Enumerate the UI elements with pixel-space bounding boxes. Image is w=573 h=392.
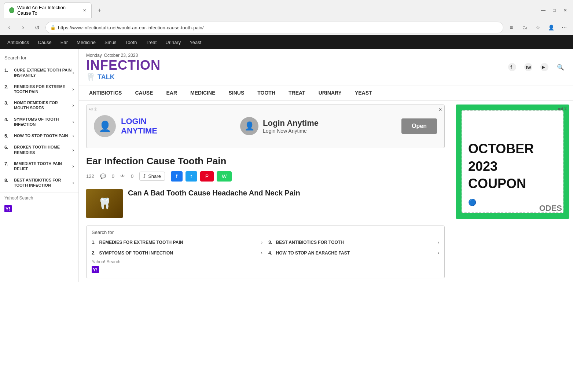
svg-text:f: f <box>510 64 512 70</box>
sidebar-item-2[interactable]: 2. REMEDIES FOR EXTREME TOOTH PAIN › <box>0 81 78 98</box>
social-share-buttons: f t P W <box>171 171 232 182</box>
result-2-chevron: › <box>261 250 262 256</box>
profile-icon[interactable]: 👤 <box>546 22 556 33</box>
ad-mid-info: Login Anytime Login Now Anytime <box>263 118 319 134</box>
sidebar-item-8[interactable]: 8. BEST ANTIBIOTICS FOR TOOTH INFECTION … <box>0 175 78 191</box>
sidebar-item-7-content: 7. IMMEDIATE TOOTH PAIN RELIEF <box>4 161 72 172</box>
article-date: 122 <box>86 173 94 179</box>
sidebar-item-6-content: 6. BROKEN TOOTH HOME REMEDIES <box>4 144 72 155</box>
forward-button[interactable]: › <box>18 22 29 33</box>
url-text: https://www.infectiontalk.net/would-an-e… <box>58 25 203 30</box>
right-ad-year: 2023 <box>468 159 557 174</box>
search-result-4[interactable]: 4. HOW TO STOP AN EARACHE FAST › <box>268 249 439 257</box>
sidebar-item-4-num: 4. <box>4 117 11 122</box>
sidebar-item-6-chevron: › <box>72 147 74 153</box>
browser-toolbar-right: ≡ 🗂 ☆ 👤 ⋯ <box>506 22 569 33</box>
top-nav-medicine[interactable]: Medicine <box>77 40 96 45</box>
top-nav-sinus[interactable]: Sinus <box>104 40 117 45</box>
secondary-nav-ear[interactable]: EAR <box>159 85 184 100</box>
sidebar-item-6[interactable]: 6. BROKEN TOOTH HOME REMEDIES › <box>0 142 78 158</box>
secondary-nav-tooth[interactable]: TOOTH <box>251 85 282 100</box>
result-1-text: REMEDIES FOR EXTREME TOOTH PAIN <box>99 240 183 245</box>
address-bar[interactable]: 🔒 https://www.infectiontalk.net/would-an… <box>45 22 503 33</box>
site-logo-infection: INFECTION <box>86 59 161 72</box>
secondary-nav-treat[interactable]: TREAT <box>282 85 312 100</box>
article-card-content: Can A Bad Tooth Cause Headache And Neck … <box>128 189 445 218</box>
maximize-button[interactable]: □ <box>550 6 558 14</box>
browser-toolbar: ‹ › ↺ 🔒 https://www.infectiontalk.net/wo… <box>0 20 573 35</box>
svg-text:tw: tw <box>526 65 531 70</box>
secondary-nav-antibiotics[interactable]: ANTIBIOTICS <box>82 85 128 100</box>
secondary-nav-medicine[interactable]: MEDICINE <box>184 85 222 100</box>
secondary-nav-urinary[interactable]: URINARY <box>312 85 348 100</box>
secondary-nav-cause[interactable]: CAUSE <box>128 85 159 100</box>
share-button[interactable]: ⤴ Share <box>139 172 165 181</box>
article-card: 🦷 Can A Bad Tooth Cause Headache And Nec… <box>86 189 445 218</box>
facebook-icon[interactable]: f <box>507 62 517 72</box>
top-nav-ear[interactable]: Ear <box>60 40 68 45</box>
settings-menu-icon[interactable]: ⋯ <box>559 22 569 33</box>
top-nav-yeast[interactable]: Yeast <box>190 40 201 45</box>
article-meta: 122 💬 0 👁 0 ⤴ Share f t P W <box>86 171 445 182</box>
minimize-button[interactable]: — <box>539 6 547 14</box>
content-right-wrapper: Ad ⓘ ✕ 👤 LOGINANYTIME 👤 Login Anytime Lo… <box>79 101 573 282</box>
ad-mid-subtitle: Login Now Anytime <box>263 128 319 134</box>
tab-close-button[interactable]: ✕ <box>83 8 86 13</box>
ad-open-button[interactable]: Open <box>401 118 437 134</box>
result-1-num: 1. <box>92 239 96 245</box>
top-nav-antibiotics[interactable]: Antibiotics <box>7 40 29 45</box>
right-ad-brand-icon: 🔵 <box>468 198 476 206</box>
sidebar-item-1[interactable]: 1. CURE EXTREME TOOTH PAIN INSTANTLY › <box>0 65 78 81</box>
reader-mode-icon[interactable]: ≡ <box>506 22 517 33</box>
share-pinterest-button[interactable]: P <box>200 171 214 182</box>
sidebar-item-1-content: 1. CURE EXTREME TOOTH PAIN INSTANTLY <box>4 67 72 78</box>
ad-close-button[interactable]: ✕ <box>438 107 442 112</box>
svg-point-2 <box>508 63 516 71</box>
sidebar-item-1-num: 1. <box>4 67 11 73</box>
article-card-title: Can A Bad Tooth Cause Headache And Neck … <box>128 189 445 197</box>
sidebar-item-5[interactable]: 5. HOW TO STOP TOOTH PAIN › <box>0 130 78 142</box>
top-nav-cause[interactable]: Cause <box>38 40 52 45</box>
left-sidebar: Search for 1. CURE EXTREME TOOTH PAIN IN… <box>0 49 79 282</box>
sidebar-item-2-label: REMEDIES FOR EXTREME TOOTH PAIN <box>14 84 72 95</box>
close-button[interactable]: ✕ <box>561 6 569 14</box>
sidebar-item-4-label: SYMPTOMS OF TOOTH INFECTION <box>14 117 72 127</box>
share-icon: ⤴ <box>143 173 146 179</box>
search-result-1[interactable]: 1. REMEDIES FOR EXTREME TOOTH PAIN › <box>92 238 262 246</box>
logo-talk-text: TALK <box>98 73 115 81</box>
site-logo: INFECTION 🦷 TALK <box>86 59 161 81</box>
sidebar-item-3-num: 3. <box>4 100 11 106</box>
secondary-nav-sinus[interactable]: SINUS <box>222 85 251 100</box>
browser-titlebar: Would An Ear Infection Cause To ✕ + — □ … <box>0 0 573 20</box>
share-facebook-button[interactable]: f <box>171 171 183 182</box>
top-nav-tooth[interactable]: Tooth <box>125 40 137 45</box>
result-3-num: 3. <box>268 239 272 245</box>
collections-icon[interactable]: 🗂 <box>519 22 530 33</box>
youtube-icon[interactable]: ▶ <box>539 62 550 72</box>
favorites-icon[interactable]: ☆ <box>533 22 543 33</box>
share-twitter-button[interactable]: t <box>186 171 197 182</box>
back-button[interactable]: ‹ <box>4 22 15 33</box>
top-nav-treat[interactable]: Treat <box>146 40 157 45</box>
header-search-icon[interactable]: 🔍 <box>555 62 566 72</box>
sidebar-item-6-label: BROKEN TOOTH HOME REMEDIES <box>14 144 72 155</box>
share-whatsapp-button[interactable]: W <box>217 171 232 182</box>
sidebar-item-4[interactable]: 4. SYMPTOMS OF TOOTH INFECTION › <box>0 114 78 130</box>
sidebar-item-5-chevron: › <box>72 133 74 139</box>
inline-search-label: Search for <box>92 230 439 235</box>
new-tab-button[interactable]: + <box>95 5 105 15</box>
right-ad-inner: OCTOBER 2023 COUPON 🔵 ODES <box>462 110 563 213</box>
top-nav-urinary[interactable]: Urinary <box>165 40 181 45</box>
sidebar-item-3[interactable]: 3. HOME REMEDIES FOR MOUTH SORES › <box>0 97 78 114</box>
right-ad-close-button[interactable]: ✕ <box>557 107 561 111</box>
sidebar-item-7[interactable]: 7. IMMEDIATE TOOTH PAIN RELIEF › <box>0 158 78 175</box>
twitter-icon[interactable]: tw <box>523 62 533 72</box>
talk-icon: 🦷 <box>86 73 95 81</box>
refresh-button[interactable]: ↺ <box>32 22 43 33</box>
result-4-text: HOW TO STOP AN EARACHE FAST <box>276 250 350 256</box>
search-result-2[interactable]: 2. SYMPTOMS OF TOOTH INFECTION › <box>92 249 262 257</box>
search-result-3[interactable]: 3. BEST ANTIBIOTICS FOR TOOTH › <box>268 238 439 246</box>
secondary-nav-yeast[interactable]: YEAST <box>348 85 379 100</box>
browser-tab[interactable]: Would An Ear Infection Cause To ✕ <box>4 2 92 18</box>
result-4-num: 4. <box>268 250 272 256</box>
